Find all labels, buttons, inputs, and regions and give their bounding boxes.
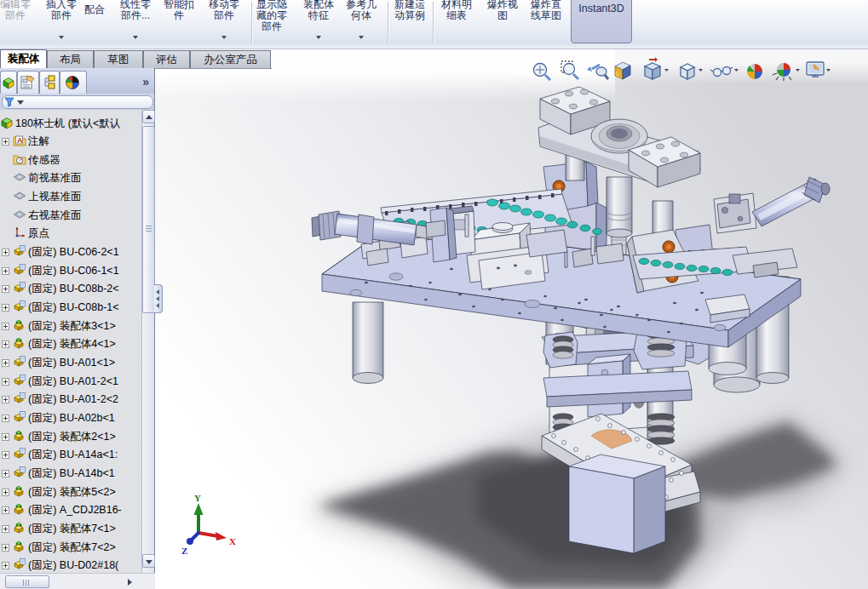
- svg-text:X: X: [229, 536, 236, 546]
- svg-text:Y: Y: [194, 493, 201, 503]
- svg-text:A: A: [17, 136, 23, 145]
- svg-text:Z: Z: [181, 546, 187, 556]
